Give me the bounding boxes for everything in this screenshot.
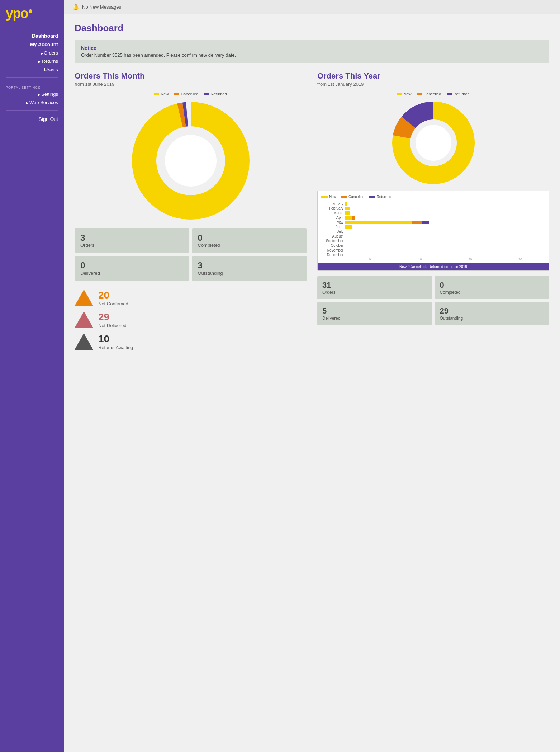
- bar-new-june: [345, 225, 352, 229]
- stat-delivered-label: Delivered: [80, 271, 184, 276]
- legend-cancelled: Cancelled: [174, 92, 198, 96]
- bar-track-march: [345, 211, 545, 215]
- sign-out-link[interactable]: Sign Out: [0, 114, 64, 123]
- bar-track-september: [345, 239, 545, 243]
- notice-box: Notice Order Number 3525 has been amende…: [75, 40, 549, 63]
- bar-track-november: [345, 249, 545, 252]
- bar-legend-cancelled-dot: [341, 196, 347, 198]
- bar-label-june: June: [321, 225, 343, 229]
- year-stat-completed: 0 Completed: [435, 276, 550, 299]
- sidebar-item-dashboard[interactable]: Dashboard: [0, 32, 64, 40]
- bar-new-january: [345, 202, 347, 206]
- bar-row-february: February: [321, 206, 545, 210]
- axis-30: 30: [495, 258, 545, 261]
- alert-not-delivered-number: 29: [98, 311, 127, 323]
- year-chart-legend: New Cancelled Returned: [397, 92, 469, 96]
- bar-legend-cancelled-label: Cancelled: [348, 195, 364, 199]
- bar-chart-legend: New Cancelled Returned: [321, 195, 545, 199]
- alert-returns-info: 10 Returns Awaiting: [98, 333, 133, 350]
- bar-track-february: [345, 207, 545, 210]
- sidebar-item-orders[interactable]: Orders: [0, 49, 64, 57]
- orders-year-subtitle: from 1st January 2019: [317, 81, 549, 87]
- content: Dashboard Notice Order Number 3525 has b…: [64, 14, 560, 752]
- year-legend-returned-label: Returned: [453, 92, 469, 96]
- bar-row-december: December: [321, 253, 545, 257]
- alert-not-delivered-info: 29 Not Delivered: [98, 311, 127, 328]
- bar-track-april: [345, 216, 545, 220]
- bar-label-september: September: [321, 239, 343, 243]
- sidebar-item-users[interactable]: Users: [0, 65, 64, 74]
- sidebar: ypo Dashboard My Account Orders Returns …: [0, 0, 64, 752]
- year-stat-outstanding: 29 Outstanding: [435, 302, 550, 325]
- logo: ypo: [6, 6, 58, 20]
- stat-delivered: 0 Delivered: [75, 256, 189, 281]
- sidebar-item-returns[interactable]: Returns: [0, 57, 64, 65]
- bar-axis: 0 10 20 30: [345, 258, 545, 261]
- alert-returns-label: Returns Awaiting: [98, 345, 133, 350]
- bar-new-march: [345, 211, 350, 215]
- year-legend-new-label: New: [403, 92, 411, 96]
- year-legend-returned: Returned: [447, 92, 469, 96]
- legend-returned: Returned: [204, 92, 227, 96]
- legend-returned-label: Returned: [210, 92, 227, 96]
- bar-legend-cancelled: Cancelled: [341, 195, 364, 199]
- year-donut-chart: [390, 100, 476, 186]
- bar-new-may: [345, 221, 412, 224]
- bar-chart-footer: New / Cancelled / Returned orders in 201…: [318, 263, 549, 270]
- notice-title: Notice: [81, 45, 543, 51]
- bar-row-january: January: [321, 202, 545, 206]
- bar-row-august: August: [321, 234, 545, 238]
- bar-rows: January February March April: [321, 202, 545, 257]
- axis-0: 0: [345, 258, 395, 261]
- year-stat-orders-label: Orders: [322, 290, 427, 295]
- two-col-layout: Orders This Month from 1st June 2019 New…: [75, 71, 549, 350]
- stat-outstanding-label: Outstanding: [198, 271, 301, 276]
- alert-returns-awaiting: 10 Returns Awaiting: [75, 333, 307, 350]
- legend-cancelled-dot: [174, 93, 179, 95]
- topbar: 🔔 No New Messages.: [64, 0, 560, 14]
- year-stat-orders: 31 Orders: [317, 276, 432, 299]
- orders-year-title: Orders This Year: [317, 71, 549, 81]
- month-stats-grid: 3 Orders 0 Completed 0 Delivered 3 Outst…: [75, 228, 307, 281]
- month-chart-legend: New Cancelled Returned: [154, 92, 227, 96]
- legend-new: New: [154, 92, 169, 96]
- year-legend-cancelled: Cancelled: [417, 92, 441, 96]
- alert-triangle-orange: [75, 290, 93, 306]
- sidebar-nav: Dashboard My Account Orders Returns User…: [0, 25, 64, 123]
- axis-10: 10: [395, 258, 445, 261]
- bar-track-june: [345, 225, 545, 229]
- year-legend-cancelled-label: Cancelled: [423, 92, 441, 96]
- bar-legend-new-label: New: [329, 195, 336, 199]
- bar-track-may: [345, 221, 545, 224]
- legend-cancelled-label: Cancelled: [181, 92, 198, 96]
- logo-area: ypo: [0, 0, 64, 25]
- alert-not-confirmed-label: Not Confirmed: [98, 301, 128, 306]
- svg-point-7: [416, 125, 451, 161]
- bar-row-november: November: [321, 248, 545, 252]
- stat-delivered-number: 0: [80, 261, 184, 270]
- bar-row-september: September: [321, 239, 545, 243]
- legend-returned-dot: [204, 93, 209, 95]
- bell-icon: 🔔: [72, 4, 79, 10]
- bar-new-february: [345, 207, 350, 210]
- portal-settings-label: PORTAL SETTINGS: [0, 81, 64, 90]
- stat-completed-number: 0: [198, 233, 301, 243]
- bar-row-june: June: [321, 225, 545, 229]
- bar-label-december: December: [321, 253, 343, 257]
- stat-outstanding-number: 3: [198, 261, 301, 270]
- main-area: 🔔 No New Messages. Dashboard Notice Orde…: [64, 0, 560, 752]
- bar-row-october: October: [321, 244, 545, 248]
- bar-label-april: April: [321, 216, 343, 220]
- alert-list: 20 Not Confirmed 29 Not Delivered: [75, 290, 307, 350]
- bar-returned-may: [422, 221, 429, 224]
- col-right: Orders This Year from 1st January 2019 N…: [317, 71, 549, 325]
- year-stat-completed-number: 0: [440, 281, 545, 290]
- sidebar-item-my-account[interactable]: My Account: [0, 40, 64, 49]
- sidebar-divider: [6, 77, 58, 78]
- bar-row-may: May: [321, 220, 545, 224]
- sidebar-item-web-services[interactable]: Web Services: [0, 98, 64, 107]
- bar-legend-new: New: [321, 195, 336, 199]
- sidebar-item-settings[interactable]: Settings: [0, 90, 64, 98]
- bar-label-november: November: [321, 248, 343, 252]
- bar-label-march: March: [321, 211, 343, 215]
